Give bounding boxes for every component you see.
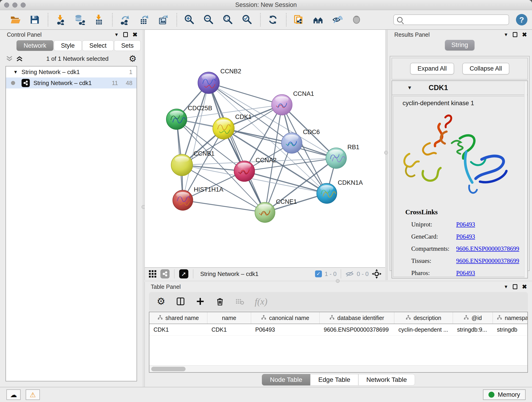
export-image-icon[interactable] bbox=[157, 13, 170, 27]
node-CDKN1A[interactable]: CDKN1A bbox=[317, 179, 363, 204]
crosslink-link[interactable]: 9606.ENSP00000378699 bbox=[456, 257, 519, 264]
node-CCNE1[interactable]: CCNE1 bbox=[255, 198, 297, 223]
network-collection-row[interactable]: ▼ String Network – cdk1 1 bbox=[6, 66, 137, 77]
delete-column-icon[interactable] bbox=[215, 297, 225, 306]
table-horizontal-scrollbar[interactable] bbox=[149, 365, 527, 372]
tab-network[interactable]: Network bbox=[17, 40, 53, 51]
import-network-from-database-icon[interactable] bbox=[73, 13, 86, 27]
panel-collapse-icon[interactable]: ▼ bbox=[504, 284, 508, 289]
network-row[interactable]: String Network – cdk1 11 48 bbox=[6, 77, 137, 89]
table-cell[interactable]: cyclin-dependent ... bbox=[394, 324, 453, 335]
new-network-from-selection-icon[interactable] bbox=[292, 13, 305, 27]
tab-select[interactable]: Select bbox=[82, 40, 114, 51]
show-all-icon[interactable] bbox=[350, 13, 363, 27]
table-row[interactable]: CDK1CDK1P064939606.ENSP00000378699cyclin… bbox=[149, 324, 527, 336]
network-canvas[interactable]: CCNB2CCNA1CDC25BCDK1CDC6RB1CCNB1CCNA2CDK… bbox=[145, 30, 385, 267]
memory-button[interactable]: Memory bbox=[483, 389, 526, 400]
table-cell[interactable]: P06493 bbox=[251, 324, 320, 335]
column-header-name[interactable]: name bbox=[207, 312, 251, 324]
edge-CCNB2-CCNE1[interactable] bbox=[209, 83, 265, 212]
import-network-icon[interactable] bbox=[54, 13, 67, 27]
splitter-handle[interactable] bbox=[384, 151, 388, 154]
column-header--id[interactable]: @id bbox=[453, 312, 493, 324]
expand-all-icon[interactable] bbox=[16, 56, 23, 62]
open-session-icon[interactable] bbox=[9, 13, 22, 27]
node-HIST1H1A[interactable]: HIST1H1A bbox=[173, 186, 223, 211]
zoom-out-icon[interactable] bbox=[202, 13, 215, 27]
tab-network-table[interactable]: Network Table bbox=[358, 374, 415, 385]
hide-selection-icon[interactable] bbox=[331, 13, 344, 27]
table-cell[interactable]: 9606.ENSP00000378699 bbox=[320, 324, 394, 335]
table-cell[interactable]: stringdb bbox=[493, 324, 528, 335]
collection-expand-icon[interactable]: ▼ bbox=[13, 70, 18, 75]
column-header-canonical-name[interactable]: canonical name bbox=[251, 312, 320, 324]
left-splitter[interactable] bbox=[143, 30, 145, 387]
table-options-gear-icon[interactable]: ⚙ bbox=[157, 297, 165, 306]
first-neighbors-icon[interactable] bbox=[311, 13, 325, 27]
right-splitter[interactable] bbox=[385, 30, 387, 280]
splitter-handle[interactable] bbox=[336, 279, 340, 283]
crosslink-link[interactable]: P06493 bbox=[456, 221, 475, 228]
table-cell[interactable]: CDK1 bbox=[149, 324, 207, 335]
birdseye-toggle-icon[interactable] bbox=[371, 269, 382, 279]
export-network-icon[interactable] bbox=[118, 13, 132, 27]
edge-CCNB2-CCNA1[interactable] bbox=[209, 83, 282, 105]
selected-checkbox-icon[interactable]: ✓ bbox=[315, 270, 322, 277]
hidden-eye-icon[interactable] bbox=[345, 270, 354, 277]
results-scrollbar[interactable] bbox=[524, 81, 527, 278]
column-header-database-identifier[interactable]: database identifier bbox=[320, 312, 394, 324]
zoom-selected-icon[interactable] bbox=[240, 13, 254, 27]
tab-node-table[interactable]: Node Table bbox=[262, 374, 310, 385]
cdk1-expand-icon[interactable]: ▼ bbox=[407, 85, 412, 91]
network-options-gear-icon[interactable]: ⚙ bbox=[129, 54, 137, 63]
cdk1-section-header[interactable]: ▼ CDK1 bbox=[392, 81, 527, 95]
tab-style[interactable]: Style bbox=[54, 40, 82, 51]
panel-close-icon[interactable]: ✖ bbox=[522, 31, 527, 38]
export-table-icon[interactable] bbox=[138, 13, 151, 27]
column-header-description[interactable]: description bbox=[394, 312, 453, 324]
node-CDC6[interactable]: CDC6 bbox=[281, 128, 320, 153]
node-RB1[interactable]: RB1 bbox=[326, 144, 359, 168]
scrollbar-thumb[interactable] bbox=[151, 367, 186, 371]
column-header-namespace[interactable]: namespace bbox=[493, 312, 528, 324]
tab-string[interactable]: String bbox=[445, 40, 475, 51]
toolbar-search[interactable] bbox=[393, 14, 509, 25]
crosslink-link[interactable]: P06493 bbox=[456, 233, 475, 240]
panel-float-icon[interactable] bbox=[513, 284, 517, 289]
show-columns-icon[interactable] bbox=[176, 297, 185, 306]
function-builder-icon[interactable]: f(x) bbox=[255, 296, 268, 307]
node-CCNB2[interactable]: CCNB2 bbox=[198, 68, 241, 94]
collapse-all-button[interactable]: Collapse All bbox=[462, 63, 509, 75]
edge-CCNB2-HIST1H1A[interactable] bbox=[183, 83, 209, 200]
table-cell[interactable]: stringdb:9... bbox=[453, 324, 493, 335]
panel-close-icon[interactable]: ✖ bbox=[522, 283, 527, 290]
crosslink-link[interactable]: 9606.ENSP00000378699 bbox=[456, 245, 519, 252]
import-table-icon[interactable] bbox=[92, 13, 106, 27]
panel-collapse-icon[interactable]: ▼ bbox=[504, 32, 508, 37]
apply-preferred-layout-icon[interactable] bbox=[266, 13, 279, 27]
tab-sets[interactable]: Sets bbox=[114, 40, 141, 51]
create-column-icon[interactable] bbox=[196, 297, 205, 306]
edge-HIST1H1A-CCNE1[interactable] bbox=[183, 200, 265, 212]
panel-float-icon[interactable] bbox=[123, 32, 128, 37]
panel-close-icon[interactable]: ✖ bbox=[133, 31, 138, 38]
network-thumbnail-icon[interactable] bbox=[160, 269, 170, 279]
help-icon[interactable]: ? bbox=[516, 14, 527, 26]
network-graph[interactable]: CCNB2CCNA1CDC25BCDK1CDC6RB1CCNB1CCNA2CDK… bbox=[145, 30, 385, 267]
tab-edge-table[interactable]: Edge Table bbox=[310, 374, 358, 385]
column-header-shared-name[interactable]: shared name bbox=[149, 312, 207, 324]
node-CCNA1[interactable]: CCNA1 bbox=[272, 90, 314, 115]
zoom-fit-icon[interactable] bbox=[221, 13, 234, 27]
crosslink-link[interactable]: P06493 bbox=[456, 269, 475, 277]
save-session-icon[interactable] bbox=[28, 13, 41, 27]
search-input[interactable] bbox=[405, 17, 505, 23]
delete-table-icon[interactable] bbox=[235, 297, 244, 306]
detach-view-icon[interactable]: ➚ bbox=[179, 269, 188, 279]
panel-collapse-icon[interactable]: ▼ bbox=[114, 32, 119, 37]
collapse-all-icon[interactable] bbox=[6, 56, 13, 62]
table-cell[interactable]: CDK1 bbox=[207, 324, 251, 335]
zoom-in-icon[interactable] bbox=[183, 13, 196, 27]
cloud-status-button[interactable]: ☁ bbox=[6, 389, 21, 400]
panel-float-icon[interactable] bbox=[513, 32, 517, 37]
warnings-button[interactable]: ⚠ bbox=[26, 389, 40, 400]
